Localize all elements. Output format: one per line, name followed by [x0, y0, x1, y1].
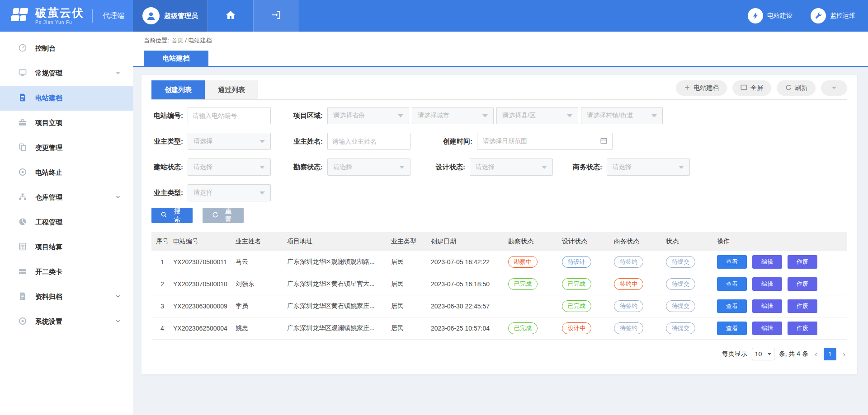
void-button[interactable]: 作废	[788, 299, 817, 313]
view-button[interactable]: 查看	[717, 299, 747, 313]
view-button[interactable]: 查看	[717, 277, 747, 291]
nav-monitor-ops[interactable]: 监控运维	[811, 8, 855, 23]
status-badge: 待提交	[666, 256, 695, 268]
caret-down-icon	[259, 140, 265, 143]
table-row: 3 YX2023063000009 学员 广东深圳龙华区黄石镇姚家庄... 居民…	[151, 295, 847, 317]
business-status-badge: 待签约	[614, 300, 643, 312]
logo-subtitle: Po Jian Yun Fu	[35, 20, 84, 25]
refresh-icon	[785, 84, 792, 92]
collapse-toolbar-button[interactable]	[821, 80, 847, 96]
logo: 破茧云伏 Po Jian Yun Fu 代理端	[0, 0, 133, 32]
create-time-label: 创建时间:	[439, 137, 472, 146]
edit-button[interactable]: 编辑	[752, 255, 782, 269]
design-status-badge: 已完成	[562, 278, 591, 290]
caret-down-icon	[399, 166, 405, 169]
next-page-button[interactable]: ›	[841, 350, 847, 359]
home-button[interactable]	[208, 0, 254, 32]
design-status-select[interactable]: 请选择	[470, 159, 553, 176]
lightning-icon	[748, 8, 763, 23]
breadcrumb-strip: 当前位置: 首页 / 电站建档 电站建档	[133, 32, 868, 67]
tab-create-list[interactable]: 创建列表	[151, 80, 205, 99]
sidebar-item-station-archive[interactable]: 电站建档	[0, 86, 133, 111]
file-icon	[18, 292, 27, 303]
sidebar-item-warehouse-mgmt[interactable]: 仓库管理	[0, 185, 133, 210]
sidebar-item-station-terminate[interactable]: 电站终止	[0, 160, 133, 185]
briefcase-icon	[18, 118, 27, 129]
province-select[interactable]: 请选择省份	[327, 107, 409, 124]
edit-button[interactable]: 编辑	[752, 322, 782, 335]
sidebar: 控制台 常规管理 电站建档 项目立项 变更管理 电站终止	[0, 32, 133, 415]
business-status-select[interactable]: 请选择	[607, 159, 690, 176]
caret-down-icon	[542, 166, 547, 169]
view-button[interactable]: 查看	[717, 322, 747, 335]
county-select[interactable]: 请选择县/区	[496, 107, 578, 124]
monitor-icon	[18, 68, 27, 79]
sidebar-item-console[interactable]: 控制台	[0, 36, 133, 61]
chevron-down-icon	[115, 194, 121, 202]
nav-station-build[interactable]: 电站建设	[748, 8, 793, 23]
per-page-select[interactable]: 10	[752, 348, 774, 360]
survey-status-select[interactable]: 请选择	[327, 159, 410, 176]
view-button[interactable]: 查看	[717, 255, 747, 269]
dashboard-icon	[18, 43, 27, 54]
credit-card-icon	[18, 267, 27, 278]
search-button[interactable]: 搜索	[151, 208, 193, 223]
survey-status-badge: 已完成	[508, 278, 538, 290]
home-icon	[225, 9, 236, 22]
sidebar-item-open-card[interactable]: 开二类卡	[0, 260, 133, 284]
gauge-icon	[18, 217, 27, 228]
prev-page-button[interactable]: ‹	[813, 350, 819, 359]
owner-type2-select[interactable]: 请选择	[188, 184, 271, 201]
business-status-label: 商务状态:	[568, 163, 602, 172]
portal-label: 代理端	[103, 11, 124, 21]
owner-name-label: 业主姓名:	[289, 137, 323, 146]
fullscreen-button[interactable]: 全屏	[732, 80, 771, 96]
sidebar-item-general-mgmt[interactable]: 常规管理	[0, 61, 133, 86]
add-station-button[interactable]: 电站建档	[676, 80, 727, 96]
sidebar-item-engineering-mgmt[interactable]: 工程管理	[0, 210, 133, 235]
table-row: 4 YX2023062500004 姚忠 广东深圳龙华区观澜镇姚家庄... 居民…	[151, 317, 847, 340]
build-status-select[interactable]: 请选择	[188, 159, 271, 176]
edit-button[interactable]: 编辑	[752, 299, 782, 313]
survey-status-label: 勘察状态:	[289, 163, 323, 172]
create-time-input[interactable]: 请选择日期范围	[477, 133, 613, 150]
sidebar-item-data-archive[interactable]: 资料归档	[0, 284, 133, 309]
void-button[interactable]: 作废	[788, 322, 817, 335]
owner-name-input[interactable]	[327, 133, 410, 150]
station-no-input[interactable]	[188, 107, 271, 124]
logo-mark-icon	[10, 7, 30, 25]
void-button[interactable]: 作废	[788, 277, 817, 291]
document-icon	[18, 93, 27, 104]
design-status-badge: 已完成	[562, 300, 591, 312]
sidebar-item-system-settings[interactable]: 系统设置	[0, 309, 133, 334]
plus-icon	[684, 84, 690, 92]
owner-type-select[interactable]: 请选择	[188, 133, 271, 150]
page-tab[interactable]: 电站建档	[144, 51, 208, 66]
reset-button[interactable]: 重置	[203, 208, 244, 223]
status-badge: 待提交	[666, 322, 695, 334]
user-menu[interactable]: 超级管理员	[133, 0, 208, 32]
sidebar-item-project-settlement[interactable]: 项目结算	[0, 235, 133, 260]
sitemap-icon	[18, 192, 27, 203]
sidebar-item-project-initiation[interactable]: 项目立项	[0, 111, 133, 135]
station-table: 序号 电站编号 业主姓名 项目地址 业主类型 创建日期 勘察状态 设计状态 商务…	[151, 232, 847, 340]
list-card: 创建列表 通过列表 电站建档 全屏 刷新	[142, 75, 857, 374]
caret-down-icon	[768, 353, 771, 355]
survey-status-badge: 勘察中	[508, 256, 538, 268]
fullscreen-icon	[741, 84, 747, 92]
design-status-badge: 待设计	[562, 256, 591, 268]
build-status-label: 建站状态:	[151, 163, 183, 172]
city-select[interactable]: 请选择城市	[412, 107, 494, 124]
page-number[interactable]: 1	[824, 348, 836, 360]
void-button[interactable]: 作废	[788, 255, 817, 269]
town-select[interactable]: 请选择村镇/街道	[581, 107, 663, 124]
edit-button[interactable]: 编辑	[752, 277, 782, 291]
user-name: 超级管理员	[164, 12, 198, 20]
status-badge: 待提交	[666, 278, 695, 290]
sidebar-item-change-mgmt[interactable]: 变更管理	[0, 135, 133, 160]
tab-passed-list[interactable]: 通过列表	[205, 80, 258, 99]
refresh-button[interactable]: 刷新	[777, 80, 816, 96]
logout-button[interactable]	[254, 0, 299, 32]
logo-title: 破茧云伏	[35, 7, 84, 19]
divider	[92, 9, 93, 23]
